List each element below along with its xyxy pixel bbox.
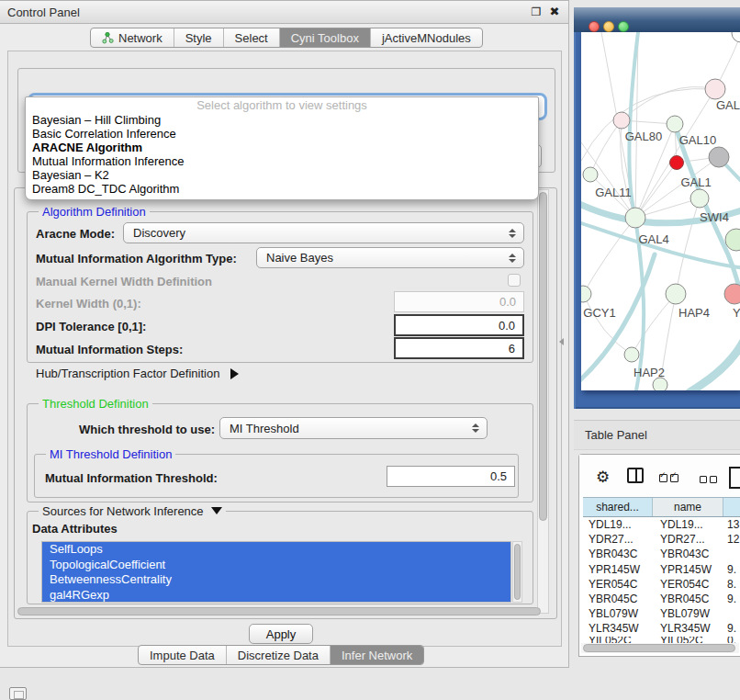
table-row[interactable]: YBL079WYBL079W (583, 606, 740, 621)
dropdown-item[interactable]: Mutual Information Inference (26, 154, 538, 168)
kernel-width-label: Kernel Width (0,1): (36, 297, 141, 310)
expand-right-icon (230, 368, 239, 379)
maximize-traffic-icon[interactable] (618, 21, 629, 32)
node-partial-bottom[interactable] (653, 378, 667, 390)
mi-type-value: Naive Bayes (266, 251, 333, 265)
apply-button[interactable]: Apply (249, 624, 313, 644)
aracne-mode-value: Discovery (133, 226, 185, 240)
deselect-all-icon[interactable] (700, 472, 720, 486)
node-gal4[interactable] (625, 208, 645, 228)
column-header[interactable] (723, 498, 740, 516)
which-threshold-combobox[interactable]: MI Threshold (219, 417, 488, 439)
tab-infer-network[interactable]: Infer Network (331, 646, 423, 664)
panel-toggle-button[interactable] (9, 687, 27, 700)
list-item[interactable]: TopologicalCoefficient (42, 558, 510, 573)
dropdown-item[interactable]: Bayesian – Hill Climbing (26, 113, 538, 127)
tab-impute-data[interactable]: Impute Data (139, 646, 227, 664)
node-label: GAL10 (679, 133, 716, 147)
tab-cyni-toolbox[interactable]: Cyni Toolbox (280, 28, 371, 47)
dropdown-item[interactable]: Dream8 DC_TDC Algorithm (26, 182, 538, 196)
table-horizontal-scrollbar[interactable] (581, 643, 739, 653)
table-row[interactable]: YDR27...YDR27...12 (583, 532, 740, 547)
tab-discretize-data[interactable]: Discretize Data (227, 646, 331, 664)
node-gal80[interactable] (613, 112, 630, 129)
node-label: HAP4 (678, 306, 710, 320)
tab-jactivemnodules[interactable]: jActiveMNodules (371, 28, 482, 47)
node-label: GAL (716, 98, 740, 112)
mi-threshold-label: Mutual Information Threshold: (45, 471, 218, 485)
hub-definition-expander[interactable]: Hub/Transcription Factor Definition (36, 367, 239, 380)
gear-icon[interactable]: ⚙ (596, 468, 610, 487)
column-header[interactable]: shared... (583, 498, 653, 516)
network-canvas[interactable]: GAL GAL80 GAL10 GAL11 GAL1 SWI4 GAL4 GCY… (581, 32, 740, 390)
settings-horizontal-scrollbar[interactable] (16, 606, 550, 616)
new-table-icon[interactable] (729, 467, 740, 489)
splitter-handle[interactable] (559, 338, 564, 345)
dropdown-item[interactable]: Basic Correlation Inference (26, 127, 538, 141)
list-item[interactable]: SelfLoops (42, 542, 510, 558)
network-graph: GAL GAL80 GAL10 GAL11 GAL1 SWI4 GAL4 GCY… (581, 32, 740, 390)
settings-vertical-scrollbar[interactable] (537, 189, 549, 614)
mi-threshold-field[interactable]: 0.5 (387, 466, 515, 487)
manual-kernel-checkbox[interactable] (508, 274, 521, 287)
dropdown-item-selected[interactable]: ARACNE Algorithm (26, 141, 538, 154)
control-panel-window: Control Panel ❐ ✖ Network Style Select C… (0, 0, 569, 668)
aracne-mode-combobox[interactable]: Discovery (123, 222, 524, 243)
data-attributes-label: Data Attributes (32, 522, 118, 536)
aracne-mode-label: Aracne Mode: (36, 227, 115, 241)
node-partial-right[interactable] (725, 229, 740, 251)
dropdown-item[interactable]: Bayesian – K2 (26, 168, 538, 182)
table-panel: ⚙ shared... name YDL19...YDL19...13 YDR2… (578, 454, 740, 657)
control-panel-title: Control Panel (7, 6, 80, 19)
select-all-checks-icon[interactable] (659, 471, 681, 485)
node-partial-top[interactable] (732, 32, 740, 42)
mi-threshold-definition-title: MI Threshold Definition (46, 447, 175, 461)
manual-kernel-label: Manual Kernel Width Definition (36, 275, 212, 288)
node-gal-partial[interactable] (705, 79, 725, 99)
node-label: GCY1 (583, 306, 615, 320)
node-gray[interactable] (709, 147, 729, 167)
mi-steps-field[interactable]: 6 (394, 337, 524, 359)
list-item[interactable]: gal4RGexp (42, 588, 510, 604)
attr-list-scrollbar[interactable] (512, 541, 522, 603)
table-row[interactable]: YER054CYER054C8. (583, 577, 740, 592)
tab-select[interactable]: Select (224, 28, 280, 47)
sources-title[interactable]: Sources for Network Inference (39, 504, 226, 518)
column-header[interactable]: name (653, 498, 723, 516)
node-gal1[interactable] (690, 189, 709, 208)
desktop: Control Panel ❐ ✖ Network Style Select C… (0, 0, 740, 700)
threshold-definition-title: Threshold Definition (39, 397, 152, 411)
table-row[interactable]: YBR043CYBR043C (583, 547, 740, 561)
mi-steps-label: Mutual Information Steps: (36, 343, 183, 356)
mi-type-combobox[interactable]: Naive Bayes (256, 247, 524, 268)
which-threshold-value: MI Threshold (230, 422, 299, 435)
kernel-width-field[interactable]: 0.0 (394, 291, 524, 312)
node-label: HAP2 (633, 366, 665, 379)
table-row[interactable]: YDL19...YDL19...13 (583, 517, 740, 532)
tab-network[interactable]: Network (91, 28, 174, 47)
node-selected-red[interactable] (670, 156, 684, 170)
node-label: GAL4 (638, 232, 668, 246)
table-row[interactable]: YPR145WYPR145W9. (583, 562, 740, 577)
node-hap2[interactable] (624, 347, 639, 362)
node-gal11[interactable] (583, 167, 598, 182)
close-icon[interactable]: ✖ (548, 6, 561, 18)
tab-style[interactable]: Style (174, 28, 224, 47)
data-attributes-list: SelfLoops TopologicalCoefficient Between… (41, 541, 511, 603)
minimize-traffic-icon[interactable] (603, 21, 614, 32)
table-row[interactable]: YLR345WYLR345W9. (583, 621, 740, 636)
algorithm-dropdown-popup: Select algorithm to view settings Bayesi… (25, 96, 539, 200)
float-window-icon[interactable]: ❐ (530, 6, 543, 18)
node-gcy1[interactable] (581, 286, 591, 302)
dpi-tolerance-field[interactable]: 0.0 (394, 314, 524, 336)
node-y-partial[interactable] (724, 284, 740, 304)
table-row[interactable]: YBR045CYBR045C9. (583, 592, 740, 606)
node-label: GAL1 (680, 175, 711, 189)
node-gal10[interactable] (667, 116, 683, 132)
split-columns-icon[interactable] (627, 468, 644, 483)
close-traffic-icon[interactable] (589, 21, 600, 32)
node-label: SWI4 (700, 210, 729, 224)
list-item[interactable]: BetweennessCentrality (42, 572, 510, 588)
collapse-down-icon (211, 507, 222, 514)
node-hap4[interactable] (666, 284, 686, 304)
